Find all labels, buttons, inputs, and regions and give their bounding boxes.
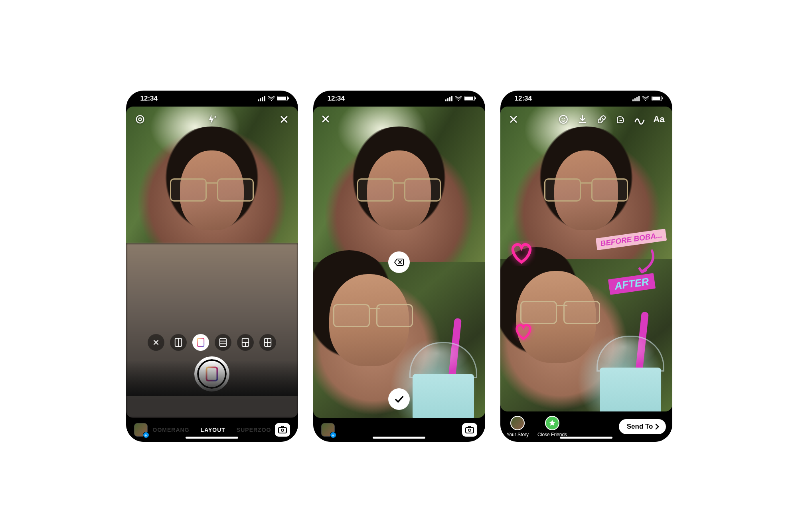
add-from-gallery-icon: + (143, 432, 149, 438)
battery-icon (277, 96, 288, 101)
svg-point-20 (458, 100, 458, 101)
svg-point-27 (622, 118, 622, 119)
story-editor-toolbar: Aa (500, 111, 672, 128)
status-time: 12:34 (328, 95, 345, 103)
home-indicator[interactable] (186, 437, 238, 439)
status-bar: 12:34 (313, 91, 485, 107)
cellular-signal-icon (445, 96, 452, 101)
status-indicators (445, 96, 475, 101)
layout-tile-top[interactable] (313, 107, 485, 262)
layout-option-clear[interactable] (148, 334, 164, 351)
your-story-label: Your Story (507, 432, 529, 437)
svg-text:x: x (214, 114, 217, 119)
layout-options-row (126, 334, 298, 351)
status-time: 12:34 (515, 95, 532, 103)
svg-rect-8 (220, 338, 227, 346)
svg-point-2 (138, 118, 141, 121)
send-to-button[interactable]: Send To (619, 419, 666, 434)
phone-screen-3: 12:34 Aa BEFORE BOBA... (500, 91, 672, 442)
chevron-right-icon (655, 423, 660, 430)
svg-point-24 (561, 118, 563, 119)
status-indicators (632, 96, 662, 101)
text-tool-button[interactable]: Aa (652, 113, 666, 126)
close-friends-button[interactable]: Close Friends (537, 416, 567, 437)
confirm-button[interactable] (388, 388, 410, 410)
svg-point-25 (564, 118, 565, 119)
heart-sticker[interactable] (508, 241, 535, 266)
draw-icon[interactable] (633, 113, 647, 126)
svg-rect-21 (466, 427, 474, 433)
svg-point-22 (645, 100, 646, 101)
battery-icon (652, 96, 662, 101)
flash-off-icon[interactable]: x (205, 113, 219, 126)
svg-rect-19 (279, 427, 286, 433)
mode-current[interactable]: LAYOUT (201, 427, 225, 433)
add-from-gallery-icon: + (330, 432, 336, 438)
svg-point-0 (271, 100, 271, 101)
phone-screen-1: 12:34 x (126, 91, 298, 442)
svg-point-1 (136, 115, 144, 123)
gallery-thumbnail[interactable]: + (134, 423, 148, 437)
status-time: 12:34 (140, 95, 158, 103)
home-indicator[interactable] (373, 437, 425, 439)
face-effects-icon[interactable] (557, 113, 570, 126)
link-icon[interactable] (595, 113, 608, 126)
layout-option-grid4[interactable] (259, 334, 276, 351)
layout-option-2row-selected[interactable] (192, 334, 209, 351)
avatar (510, 416, 525, 430)
wifi-icon (642, 96, 649, 101)
close-friends-icon (545, 416, 559, 430)
send-to-label: Send To (627, 423, 653, 431)
layout-option-split[interactable] (237, 334, 254, 351)
flip-camera-button[interactable] (275, 423, 290, 437)
layout-review-viewport (313, 107, 485, 418)
layout-option-2col[interactable] (170, 334, 187, 351)
mode-prev[interactable]: OOMERANG (153, 427, 190, 433)
status-bar: 12:34 (126, 91, 298, 107)
cellular-signal-icon (258, 96, 265, 101)
battery-icon (464, 96, 475, 101)
camera-viewport: x (126, 107, 298, 418)
close-icon[interactable] (319, 112, 332, 126)
mode-next[interactable]: SUPERZOO (237, 427, 271, 433)
cellular-signal-icon (632, 96, 640, 101)
close-icon[interactable] (507, 113, 520, 126)
your-story-button[interactable]: Your Story (507, 416, 529, 437)
arrow-sticker[interactable] (634, 249, 658, 277)
phone-screen-2: 12:34 + (313, 91, 485, 442)
layout-option-3row[interactable] (215, 334, 231, 351)
status-bar: 12:34 (500, 91, 672, 107)
delete-last-button[interactable] (388, 251, 410, 273)
sticker-icon[interactable] (614, 113, 628, 126)
wifi-icon (268, 96, 275, 101)
download-icon[interactable] (576, 113, 589, 126)
gallery-thumbnail[interactable]: + (321, 423, 335, 437)
home-indicator[interactable] (560, 437, 612, 439)
heart-sticker[interactable] (512, 322, 535, 342)
story-editor-viewport[interactable]: Aa BEFORE BOBA... AFTER (500, 107, 672, 411)
wifi-icon (455, 96, 462, 101)
settings-icon[interactable] (133, 113, 147, 126)
svg-point-26 (619, 118, 620, 119)
close-icon[interactable] (277, 113, 291, 126)
flip-camera-button[interactable] (462, 423, 477, 437)
status-indicators (258, 96, 288, 101)
